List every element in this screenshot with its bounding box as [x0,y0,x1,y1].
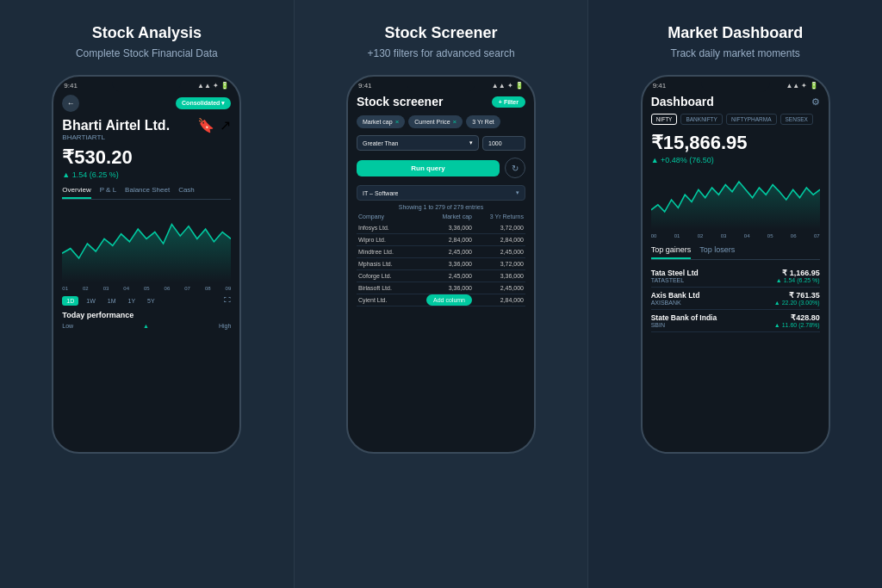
table-header: Company Market cap 3 Yr Returns [357,214,525,220]
table-row[interactable]: Wipro Ltd. 2,84,000 2,84,000 [357,234,525,246]
screener-title: Stock screener [357,95,443,108]
time-1m[interactable]: 1M [103,296,121,306]
tab-banknifty[interactable]: BANKNIFTY [680,114,722,125]
col-mcap: Market cap [420,214,472,220]
result-count: Showing 1 to 279 of 279 entries [357,204,525,210]
table-row[interactable]: Mindtree Ltd. 2,45,000 2,45,000 [357,246,525,258]
status-icons-2: ▲▲ ✦ 🔋 [492,82,524,90]
table-row[interactable]: Coforge Ltd. 2,45,000 3,36,000 [357,270,525,282]
tab-balance[interactable]: Balance Sheet [125,186,170,199]
condition-dropdown[interactable]: Greater Than ▾ [357,135,479,151]
company-name: Bharti Airtel Ltd. [62,117,170,133]
status-time-2: 9:41 [358,82,372,90]
top-gainers-tab[interactable]: Top gainers [651,245,692,259]
share-icon[interactable]: ↗ [220,117,231,133]
phone-1: 9:41 ▲▲ ✦ 🔋 ← Consolidated ▾ Bharti Airt… [52,75,241,454]
consolidated-badge[interactable]: Consolidated ▾ [176,97,231,109]
sector-dropdown[interactable]: IT – Software ▾ [357,185,525,201]
value-input[interactable]: 1000 [482,136,525,151]
panel-2-title: Stock Screener [384,24,497,42]
chart-axis-3: 0001020304050607 [651,233,820,238]
perf-low-label: Low [62,323,73,329]
col-company: Company [358,214,420,220]
filter-tag-3yr[interactable]: 3 Yr Ret [466,115,500,128]
table-row[interactable]: Mphasis Ltd. 3,36,000 3,72,000 [357,258,525,270]
stock-price: ₹530.20 [62,146,231,169]
panel-1-subtitle: Complete Stock Financial Data [76,47,218,59]
status-time-1: 9:41 [64,82,78,90]
tab-pl[interactable]: P & L [100,186,116,199]
run-query-row: Run query ↻ [357,158,525,178]
action-icons: 🔖 ↗ [197,117,231,133]
panel-2-subtitle: +130 filters for advanced search [367,47,514,59]
phone-2: 9:41 ▲▲ ✦ 🔋 Stock screener + Filter Mark… [346,75,536,454]
tab-niftypharma[interactable]: NIFTYPHARMA [726,114,777,125]
panel-3-title: Market Dashboard [668,24,803,42]
status-icons-3: ▲▲ ✦ 🔋 [786,82,817,90]
settings-icon[interactable]: ⚙ [811,96,820,108]
perf-bar: Low ▲ High [62,323,231,329]
dashboard-title: Dashboard [651,95,714,108]
time-buttons: 1D 1W 1M 1Y 5Y ⛶ [62,296,231,306]
phone-1-notch [112,77,181,92]
filter-tags: Market cap × Current Price × 3 Yr Ret [357,115,525,128]
chart-axis-1: 010203040506070809 [62,286,231,291]
index-price: ₹15,866.95 [651,132,820,154]
filter-button[interactable]: + Filter [492,96,525,108]
refresh-button[interactable]: ↻ [505,158,525,178]
phone-2-notch [407,77,475,92]
stock-screener-panel: Stock Screener +130 filters for advanced… [295,0,589,588]
phone-3: 9:41 ▲▲ ✦ 🔋 Dashboard ⚙ NIFTY BANKNIFTY … [641,75,830,454]
panel-3-subtitle: Track daily market moments [671,47,800,59]
tab-cash[interactable]: Cash [178,186,195,199]
run-query-button[interactable]: Run query [357,160,500,176]
screen-1-content: ← Consolidated ▾ Bharti Airtel Ltd. BHAR… [53,91,239,448]
perf-high-label: High [219,323,231,329]
tab-sensex[interactable]: SENSEX [780,114,813,125]
screener-header: Stock screener + Filter [357,95,525,108]
phone-3-notch [701,77,770,92]
time-1y[interactable]: 1Y [124,296,140,306]
time-1w[interactable]: 1W [82,296,100,306]
bookmark-icon[interactable]: 🔖 [197,117,214,133]
tab-nifty[interactable]: NIFTY [651,114,678,125]
stock-analysis-panel: Stock Analysis Complete Stock Financial … [0,0,295,588]
table-row[interactable]: Cyient Ltd. Add column 2,84,000 [357,294,525,306]
sector-label: IT – Software [363,190,399,196]
filter-condition-row: Greater Than ▾ 1000 [357,135,525,151]
stock-row[interactable]: State Bank of India SBIN ₹428.80 ▲ 11.60… [651,310,820,332]
today-performance-label: Today performance [62,311,231,319]
add-column-button[interactable]: Add column [426,294,472,306]
expand-icon[interactable]: ⛶ [224,296,231,306]
dashboard-header: Dashboard ⚙ [651,95,820,108]
stock-chart [62,205,231,282]
stock-row[interactable]: Tata Steel Ltd TATASTEEL ₹ 1,166.95 ▲ 1.… [651,265,820,288]
filter-tag-mcap[interactable]: Market cap × [357,115,405,128]
market-dashboard-panel: Market Dashboard Track daily market mome… [588,0,882,588]
table-row[interactable]: Birlasoft Ltd. 3,36,000 2,45,000 [357,282,525,294]
index-tabs: NIFTY BANKNIFTY NIFTYPHARMA SENSEX [651,114,820,125]
status-icons-1: ▲▲ ✦ 🔋 [197,82,229,90]
top-losers-tab[interactable]: Top losers [699,245,735,259]
market-chart [651,170,820,230]
table-row[interactable]: Infosys Ltd. 3,36,000 3,72,000 [357,222,525,234]
time-1d[interactable]: 1D [62,296,78,306]
tab-overview[interactable]: Overview [62,186,90,199]
back-button[interactable]: ← [62,95,79,112]
panel-1-title: Stock Analysis [92,24,202,42]
index-change: ▲ +0.48% (76.50) [651,156,820,164]
stock-row[interactable]: Axis Bank Ltd AXISBANK ₹ 761.35 ▲ 22.20 … [651,288,820,310]
screen-3-content: Dashboard ⚙ NIFTY BANKNIFTY NIFTYPHARMA … [643,91,829,448]
gain-loss-tabs: Top gainers Top losers [651,245,820,260]
s1-header: ← Consolidated ▾ [62,95,231,112]
stock-change: ▲ 1.54 (6.25 %) [62,170,231,179]
company-ticker: BHARTIARTL [62,133,170,141]
col-3yr: 3 Yr Returns [472,214,524,220]
screen-2-content: Stock screener + Filter Market cap × Cur… [348,91,534,448]
status-time-3: 9:41 [653,82,667,90]
filter-tag-price[interactable]: Current Price × [408,115,463,128]
analysis-tabs: Overview P & L Balance Sheet Cash [62,186,231,200]
time-5y[interactable]: 5Y [143,296,159,306]
